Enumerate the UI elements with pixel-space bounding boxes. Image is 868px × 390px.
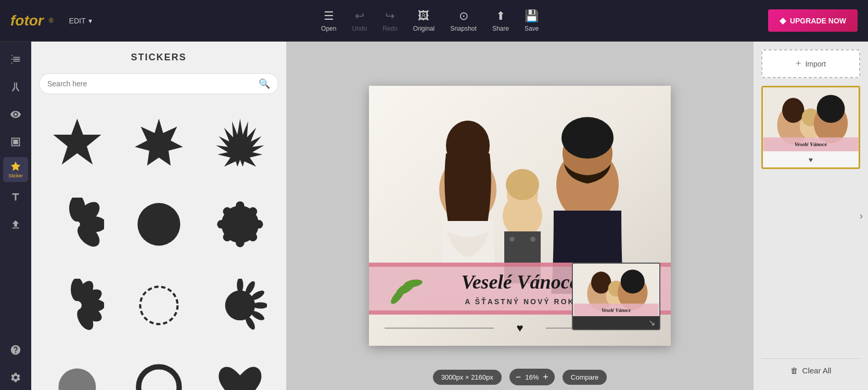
open-icon: ☰	[324, 9, 334, 23]
sidebar-item-help[interactable]	[3, 337, 28, 362]
svg-point-15	[223, 232, 232, 241]
panel-expand-button[interactable]: ›	[857, 205, 865, 227]
sidebar-item-settings[interactable]	[3, 365, 28, 390]
snapshot-footer: ♥	[763, 151, 859, 167]
sticker-heart[interactable]	[202, 349, 278, 390]
sidebar-item-beauty[interactable]	[3, 102, 28, 127]
sidebar-item-effects[interactable]	[3, 74, 28, 99]
star-icon	[10, 161, 21, 172]
thumb-svg: Veselé Vánoce	[573, 264, 659, 316]
sticker-scallop[interactable]	[202, 186, 278, 263]
sticker-circle-outline[interactable]	[39, 349, 116, 390]
snapshot-heart-icon: ♥	[809, 155, 813, 164]
canvas-container: Veselé Vánoce A ŠŤASTNÝ NOVÝ ROK ♥	[369, 86, 671, 346]
svg-point-16	[249, 232, 257, 241]
sticker-flower8[interactable]	[39, 186, 116, 263]
share-button[interactable]: ⬆ Share	[492, 9, 509, 32]
svg-marker-2	[216, 119, 264, 166]
sticker-6star[interactable]	[121, 105, 197, 181]
sliders-icon	[10, 54, 21, 65]
logo: fotor	[10, 12, 44, 29]
original-button[interactable]: 🖼 Original	[413, 9, 435, 32]
left-sidebar: Sticker	[0, 42, 31, 390]
svg-point-23	[140, 287, 177, 324]
upgrade-button[interactable]: ◆ UPGRADE NOW	[768, 9, 858, 32]
svg-point-11	[218, 220, 226, 228]
undo-button[interactable]: ↩ Undo	[352, 9, 367, 32]
main-area: Sticker STICKERS 🔍	[0, 42, 868, 390]
sidebar-item-sticker[interactable]: Sticker	[3, 157, 28, 182]
svg-point-46	[561, 117, 614, 159]
logo-trademark: ®	[49, 17, 54, 24]
svg-point-41	[506, 169, 539, 200]
sticker-dotted-circle[interactable]	[121, 267, 197, 344]
sidebar-item-frames[interactable]	[3, 129, 28, 154]
svg-point-13	[223, 207, 232, 215]
logo-area: fotor®	[10, 12, 54, 29]
share-icon: ⬆	[496, 9, 505, 23]
svg-point-32	[138, 367, 179, 390]
svg-point-76	[817, 95, 845, 123]
stickers-panel: STICKERS 🔍	[31, 42, 286, 390]
sticker-burst[interactable]	[202, 105, 278, 181]
right-panel: + Import Veselé Vánoce ♥	[754, 42, 868, 390]
snapshot-thumbnail: Veselé Vánoce ♥	[761, 86, 860, 169]
stickers-title: STICKERS	[31, 42, 286, 73]
svg-text:♥: ♥	[516, 321, 523, 334]
sidebar-item-adjust[interactable]	[3, 47, 28, 72]
svg-point-9	[236, 201, 244, 210]
thumb-footer: ↘	[573, 316, 659, 329]
sticker-sunburst[interactable]	[202, 267, 278, 344]
import-button[interactable]: + Import	[761, 49, 860, 78]
sticker-ring[interactable]	[121, 349, 197, 390]
snapshot-button[interactable]: ⊙ Snapshot	[450, 9, 477, 32]
svg-point-14	[249, 207, 257, 215]
sidebar-item-upload[interactable]	[3, 212, 28, 237]
zoom-level: 16%	[525, 373, 539, 381]
save-icon: 💾	[525, 9, 539, 23]
svg-text:Veselé Vánoce: Veselé Vánoce	[462, 271, 579, 293]
flask-icon	[10, 81, 21, 93]
help-icon	[10, 344, 21, 356]
zoom-out-button[interactable]: −	[516, 372, 521, 382]
svg-marker-1	[135, 119, 183, 165]
snapshot-image: Veselé Vánoce	[763, 87, 859, 151]
frame-icon	[10, 136, 21, 148]
svg-text:A ŠŤASTNÝ NOVÝ ROK: A ŠŤASTNÝ NOVÝ ROK	[465, 297, 575, 306]
canvas-area[interactable]: Veselé Vánoce A ŠŤASTNÝ NOVÝ ROK ♥	[286, 42, 754, 390]
svg-point-67	[621, 270, 645, 294]
svg-marker-0	[53, 119, 101, 164]
edit-dropdown[interactable]: EDIT ▾	[69, 17, 92, 25]
svg-point-28	[253, 303, 267, 309]
open-button[interactable]: ☰ Open	[321, 9, 336, 32]
svg-point-10	[236, 239, 244, 247]
photo-canvas: Veselé Vánoce A ŠŤASTNÝ NOVÝ ROK ♥	[369, 86, 671, 346]
undo-icon: ↩	[355, 9, 364, 23]
svg-point-31	[58, 368, 96, 390]
gear-icon	[10, 372, 21, 383]
sticker-circle-badge[interactable]	[121, 186, 197, 263]
zoom-in-button[interactable]: +	[543, 372, 548, 382]
sidebar-item-text[interactable]	[3, 185, 28, 210]
redo-button[interactable]: ↪ Redo	[382, 9, 398, 32]
svg-rect-58	[385, 328, 494, 329]
sticker-flower12[interactable]	[39, 267, 116, 344]
clear-all-button[interactable]: 🗑 Clear All	[761, 358, 860, 382]
diamond-icon: ◆	[780, 16, 786, 25]
main-toolbar: fotor® EDIT ▾ ☰ Open ↩ Undo ↪ Redo 🖼 Ori…	[0, 0, 868, 42]
text-icon	[10, 191, 21, 203]
thumb-arrow-icon: ↘	[648, 318, 655, 328]
plus-icon: +	[796, 58, 801, 69]
original-icon: 🖼	[418, 9, 429, 23]
svg-point-42	[509, 237, 515, 242]
sticker-5star[interactable]	[39, 105, 116, 181]
save-button[interactable]: 💾 Save	[525, 9, 539, 32]
search-input[interactable]	[47, 80, 259, 88]
sticker-label: Sticker	[8, 173, 23, 178]
search-button[interactable]: 🔍	[259, 78, 270, 89]
compare-button[interactable]: Compare	[563, 370, 607, 385]
snapshot-icon: ⊙	[459, 9, 468, 23]
svg-point-72	[782, 98, 804, 123]
dimensions-badge: 3000px × 2160px	[433, 370, 502, 385]
trash-icon: 🗑	[790, 366, 798, 375]
